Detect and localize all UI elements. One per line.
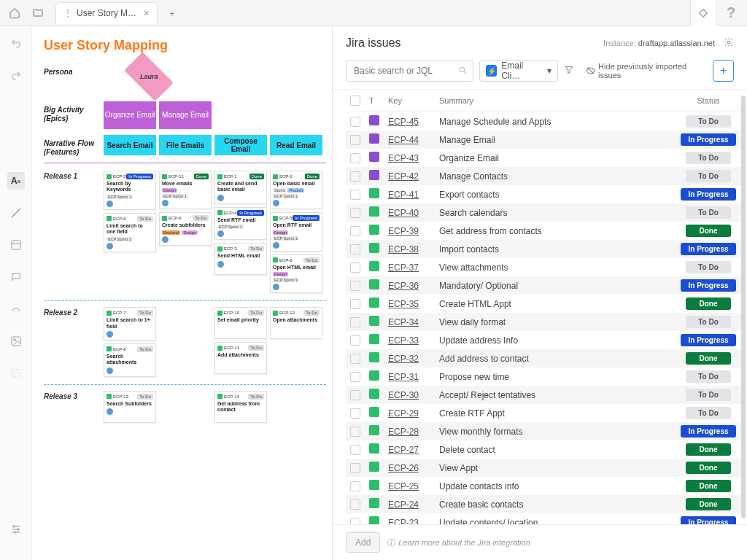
row-checkbox[interactable] (350, 518, 360, 525)
col-type[interactable]: T (365, 90, 384, 112)
story-card[interactable]: ECP-5In ProgressSearch by KeywordsECP Sp… (104, 171, 156, 210)
row-checkbox[interactable] (350, 153, 360, 163)
gear-icon[interactable] (724, 37, 734, 50)
line-tool-icon[interactable] (7, 204, 25, 222)
table-row[interactable]: ECP-41Export contactsIn Progress (346, 185, 741, 203)
select-all-checkbox[interactable] (350, 96, 360, 106)
scrollbar[interactable] (741, 96, 746, 518)
table-row[interactable]: ECP-39Get address from contactsDone (346, 222, 741, 240)
story-card[interactable]: ECP-4In ProgressSend RTF emailECP Sprint… (214, 207, 267, 240)
help-icon[interactable]: ? (721, 3, 741, 23)
feature-card[interactable]: Compose Email (214, 135, 267, 155)
table-row[interactable]: ECP-34View daily formatTo Do (346, 313, 741, 331)
feature-card[interactable]: Search Email (104, 135, 156, 155)
table-row[interactable]: ECP-23Update contents/ locationIn Progre… (346, 513, 741, 524)
issue-key-link[interactable]: ECP-43 (388, 153, 419, 163)
row-checkbox[interactable] (350, 427, 360, 437)
tab-active[interactable]: ⋮ User Story Mappi… × (55, 2, 158, 24)
story-card[interactable]: ECP-2DoneOpen basic emailSprintProductEC… (270, 171, 322, 209)
table-row[interactable]: ECP-36Mandatory/ OptionalIn Progress (346, 276, 741, 295)
table-row[interactable]: ECP-32Add address to contactDone (346, 349, 741, 368)
canvas[interactable]: User Story Mapping Persona Laura Big Act… (32, 26, 333, 560)
row-checkbox[interactable] (350, 190, 360, 200)
table-row[interactable]: ECP-26View ApptDone (346, 459, 741, 477)
table-row[interactable]: ECP-42Manage ContactsTo Do (346, 167, 741, 185)
issue-key-link[interactable]: ECP-33 (388, 335, 419, 346)
home-icon[interactable] (4, 3, 25, 23)
issue-key-link[interactable]: ECP-30 (388, 390, 419, 400)
table-row[interactable]: ECP-25Update contacts infoDone (346, 477, 741, 495)
issue-key-link[interactable]: ECP-31 (388, 372, 419, 382)
row-checkbox[interactable] (350, 481, 360, 491)
story-card[interactable]: ECP-6To DoLimit search to one fieldECP S… (104, 213, 156, 252)
story-card[interactable]: ECP-13To DoSearch Subfolders (104, 391, 156, 423)
table-row[interactable]: ECP-33Update address InfoIn Progress (346, 331, 741, 349)
issue-key-link[interactable]: ECP-24 (388, 499, 419, 510)
issue-key-link[interactable]: ECP-32 (388, 354, 419, 364)
row-checkbox[interactable] (350, 372, 360, 382)
table-row[interactable]: ECP-27Delete contactDone (346, 440, 741, 459)
add-issue-button[interactable]: + (713, 60, 734, 82)
add-button[interactable]: Add (346, 532, 380, 553)
issue-key-link[interactable]: ECP-39 (388, 226, 419, 236)
marquee-tool-icon[interactable] (7, 365, 25, 382)
story-card[interactable]: ECP-10To DoSet email priority (214, 307, 267, 339)
story-card[interactable]: ECP-14To DoGet address from contact (214, 391, 267, 423)
issue-key-link[interactable]: ECP-41 (388, 190, 419, 200)
issue-key-link[interactable]: ECP-25 (388, 481, 419, 491)
table-row[interactable]: ECP-40Search calendarsTo Do (346, 203, 741, 222)
table-row[interactable]: ECP-37View attachmentsTo Do (346, 258, 741, 276)
table-row[interactable]: ECP-30Accept/ Reject tentativesTo Do (346, 386, 741, 404)
hide-imported-toggle[interactable]: Hide previously imported issues (586, 62, 707, 79)
row-checkbox[interactable] (350, 299, 360, 309)
row-checkbox[interactable] (350, 354, 360, 364)
folder-icon[interactable] (28, 3, 48, 23)
col-summary[interactable]: Summary (435, 90, 676, 112)
epic-card[interactable]: Manage Email (159, 101, 212, 129)
table-row[interactable]: ECP-43Organize EmailTo Do (346, 149, 741, 167)
row-checkbox[interactable] (350, 445, 360, 455)
row-checkbox[interactable] (350, 244, 360, 254)
image-tool-icon[interactable] (7, 332, 25, 350)
integration-toggle-icon[interactable] (690, 0, 716, 26)
issue-key-link[interactable]: ECP-28 (388, 427, 419, 437)
table-row[interactable]: ECP-45Manage Schedule and ApptsTo Do (346, 112, 741, 131)
story-card[interactable]: ECP-5In ProgressOpen RTF emailDesignECP … (270, 212, 322, 251)
issue-key-link[interactable]: ECP-40 (388, 208, 419, 218)
issue-key-link[interactable]: ECP-42 (388, 171, 419, 182)
issue-key-link[interactable]: ECP-29 (388, 408, 419, 419)
search-input[interactable] (346, 60, 473, 82)
settings-sliders-icon[interactable] (7, 521, 25, 538)
table-row[interactable]: ECP-24Create basic contactsDone (346, 495, 741, 513)
story-card[interactable]: ECP-3To DoSend HTML email (214, 243, 267, 275)
comment-tool-icon[interactable] (7, 268, 25, 286)
project-select[interactable]: ⚡ Email Cli… ▾ (479, 60, 558, 82)
row-checkbox[interactable] (350, 208, 360, 218)
story-card[interactable]: ECP-11DoneMove emailsDesignECP Sprint 1 (159, 171, 212, 209)
story-card[interactable]: ECP-12To DoOpen attachments (270, 307, 322, 339)
issue-key-link[interactable]: ECP-37 (388, 262, 419, 273)
issue-key-link[interactable]: ECP-34 (388, 317, 419, 327)
text-tool-icon[interactable]: Aa (7, 172, 25, 190)
issue-key-link[interactable]: ECP-35 (388, 299, 419, 309)
persona-shape[interactable]: Laura (124, 52, 174, 101)
table-row[interactable]: ECP-31Propose new timeTo Do (346, 368, 741, 386)
connector-tool-icon[interactable] (7, 300, 25, 318)
undo-icon[interactable] (7, 35, 25, 52)
table-row[interactable]: ECP-38Import contactsIn Progress (346, 240, 741, 258)
row-checkbox[interactable] (350, 171, 360, 182)
col-status[interactable]: Status (676, 90, 741, 112)
learn-more-link[interactable]: ⓘ Learn more about the Jira integration (387, 537, 530, 548)
row-checkbox[interactable] (350, 390, 360, 400)
row-checkbox[interactable] (350, 317, 360, 327)
epic-card[interactable]: Organize Email (104, 101, 156, 129)
redo-icon[interactable] (7, 67, 25, 85)
layout-tool-icon[interactable] (7, 236, 25, 254)
issue-key-link[interactable]: ECP-27 (388, 445, 419, 455)
story-card[interactable]: ECP-6To DoOpen HTML emailDesignECP Sprin… (270, 254, 322, 293)
row-checkbox[interactable] (350, 226, 360, 236)
issue-key-link[interactable]: ECP-44 (388, 135, 419, 145)
row-checkbox[interactable] (350, 117, 360, 127)
row-checkbox[interactable] (350, 408, 360, 419)
row-checkbox[interactable] (350, 463, 360, 473)
